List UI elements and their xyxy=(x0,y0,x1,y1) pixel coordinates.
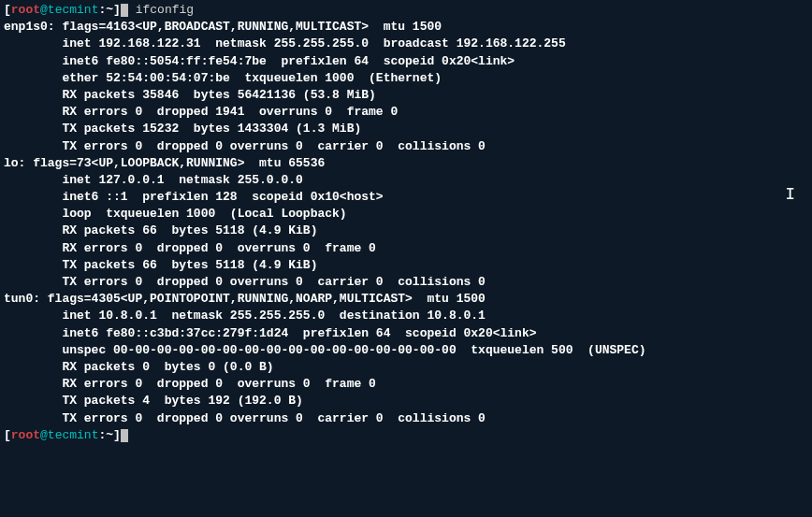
iface1-rx-errors: RX errors 0 dropped 1941 overruns 0 fram… xyxy=(4,104,808,121)
prompt-line-1[interactable]: [root@tecmint:~] ifconfig xyxy=(4,2,808,19)
prompt-user: root xyxy=(11,3,40,17)
iface3-unspec: unspec 00-00-00-00-00-00-00-00-00-00-00-… xyxy=(4,342,808,359)
bracket-close: ] xyxy=(113,3,121,17)
iface1-inet: inet 192.168.122.31 netmask 255.255.255.… xyxy=(4,36,808,52)
bracket-open: [ xyxy=(4,428,11,442)
prompt-user: root xyxy=(11,428,40,442)
iface2-tx-packets: TX packets 66 bytes 5118 (4.9 KiB) xyxy=(4,257,808,274)
prompt-host: tecmint xyxy=(48,3,99,17)
iface2-header: lo: flags=73<UP,LOOPBACK,RUNNING> mtu 65… xyxy=(4,155,808,172)
iface3-rx-errors: RX errors 0 dropped 0 overruns 0 frame 0 xyxy=(4,376,808,393)
iface3-tx-errors: TX errors 0 dropped 0 overruns 0 carrier… xyxy=(4,410,808,427)
bracket-open: [ xyxy=(4,3,11,17)
prompt-host: tecmint xyxy=(48,428,99,442)
iface3-tx-packets: TX packets 4 bytes 192 (192.0 B) xyxy=(4,393,808,409)
iface1-ether: ether 52:54:00:54:07:be txqueuelen 1000 … xyxy=(4,70,808,87)
iface2-rx-errors: RX errors 0 dropped 0 overruns 0 frame 0 xyxy=(4,240,808,257)
command-text: ifconfig xyxy=(128,3,194,17)
iface1-inet6: inet6 fe80::5054:ff:fe54:7be prefixlen 6… xyxy=(4,53,808,70)
iface2-inet: inet 127.0.0.1 netmask 255.0.0.0 xyxy=(4,172,808,189)
iface2-inet6: inet6 ::1 prefixlen 128 scopeid 0x10<hos… xyxy=(4,189,808,206)
bracket-close: ] xyxy=(113,428,121,442)
cursor-icon xyxy=(121,429,128,442)
iface2-tx-errors: TX errors 0 dropped 0 overruns 0 carrier… xyxy=(4,274,808,291)
iface2-rx-packets: RX packets 66 bytes 5118 (4.9 KiB) xyxy=(4,223,808,239)
prompt-at: @ xyxy=(40,428,48,442)
iface1-header: enp1s0: flags=4163<UP,BROADCAST,RUNNING,… xyxy=(4,19,808,36)
iface3-rx-packets: RX packets 0 bytes 0 (0.0 B) xyxy=(4,359,808,376)
text-cursor-icon: I xyxy=(785,183,795,207)
iface2-loop: loop txqueuelen 1000 (Local Loopback) xyxy=(4,206,808,223)
iface3-inet6: inet6 fe80::c3bd:37cc:279f:1d24 prefixle… xyxy=(4,325,808,342)
prompt-line-2[interactable]: [root@tecmint:~] xyxy=(4,427,808,444)
prompt-at: @ xyxy=(40,3,48,17)
iface1-rx-packets: RX packets 35846 bytes 56421136 (53.8 Mi… xyxy=(4,87,808,104)
iface3-inet: inet 10.8.0.1 netmask 255.255.255.0 dest… xyxy=(4,308,808,324)
iface3-header: tun0: flags=4305<UP,POINTOPOINT,RUNNING,… xyxy=(4,291,808,308)
cursor-icon xyxy=(121,4,128,17)
prompt-path: :~ xyxy=(98,3,113,17)
prompt-path: :~ xyxy=(98,428,113,442)
iface1-tx-packets: TX packets 15232 bytes 1433304 (1.3 MiB) xyxy=(4,121,808,137)
iface1-tx-errors: TX errors 0 dropped 0 overruns 0 carrier… xyxy=(4,138,808,155)
